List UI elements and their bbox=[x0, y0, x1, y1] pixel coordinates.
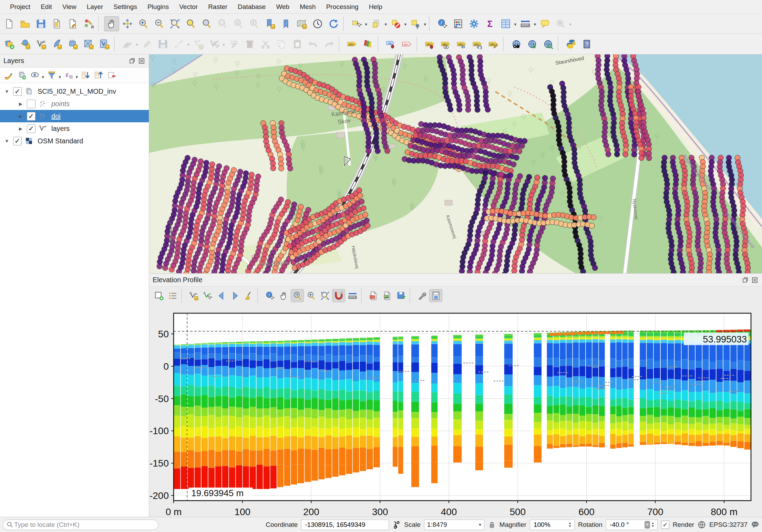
chevron-down-icon[interactable]: ▾ bbox=[514, 22, 516, 27]
layer-options-button[interactable] bbox=[166, 289, 179, 302]
layer-diagram-button[interactable] bbox=[360, 37, 375, 52]
pin-labels-button[interactable]: abc bbox=[422, 37, 437, 52]
nudge-left-button[interactable] bbox=[215, 289, 228, 302]
expander-icon[interactable]: ▶ bbox=[18, 126, 23, 131]
menu-layer[interactable]: Layer bbox=[82, 0, 109, 13]
new-virtual-layer-button[interactable]: * bbox=[65, 37, 80, 52]
export-as-pdf-button[interactable]: PDF bbox=[367, 289, 380, 302]
messages-bubble-icon[interactable] bbox=[751, 521, 759, 529]
chevron-down-icon[interactable]: ▾ bbox=[404, 22, 406, 27]
refresh-map-button[interactable] bbox=[326, 16, 341, 31]
new-gpx-layer-button[interactable]: * bbox=[97, 37, 112, 52]
expander-icon[interactable]: ▼ bbox=[4, 89, 10, 94]
menu-processing[interactable]: Processing bbox=[321, 0, 364, 13]
select-by-value-button[interactable]: ▾ bbox=[369, 16, 384, 31]
layer-visibility-checkbox[interactable]: ✓ bbox=[27, 124, 35, 133]
new-geopackage-layer-button[interactable]: * bbox=[49, 37, 64, 52]
clear-button[interactable] bbox=[242, 289, 255, 302]
menu-web[interactable]: Web bbox=[271, 0, 295, 13]
chevron-down-icon[interactable]: ▾ bbox=[59, 74, 61, 80]
show-hidden-labels-button[interactable]: abc bbox=[438, 37, 453, 52]
menu-help[interactable]: Help bbox=[364, 0, 388, 13]
profile-options-button[interactable] bbox=[415, 289, 429, 302]
menu-database[interactable]: Database bbox=[233, 0, 271, 13]
zoom-out-button[interactable] bbox=[152, 16, 167, 31]
chevron-down-icon[interactable]: ▾ bbox=[42, 74, 44, 80]
help-contents-button[interactable]: ? bbox=[579, 37, 595, 52]
menu-raster[interactable]: Raster bbox=[203, 0, 233, 13]
show-statistics-button[interactable]: Σ bbox=[482, 16, 497, 31]
remove-layer-button[interactable] bbox=[105, 69, 118, 81]
deselect-features-button[interactable]: ▾ bbox=[388, 16, 403, 31]
expander-icon[interactable]: ▶ bbox=[18, 101, 23, 106]
add-group-button[interactable] bbox=[16, 69, 28, 81]
zoom-in-button[interactable] bbox=[136, 16, 151, 31]
open-project-button[interactable] bbox=[18, 16, 33, 31]
show-bookmarks-button[interactable] bbox=[278, 16, 294, 31]
chevron-down-icon[interactable]: ▾ bbox=[569, 22, 572, 27]
snapping-button[interactable] bbox=[332, 289, 345, 302]
chevron-down-icon[interactable]: ▾ bbox=[136, 42, 138, 47]
layer-item-sci5-i02-m-l-mod-inv[interactable]: ▼✓SCI5_I02_M_L_MOD_inv bbox=[0, 85, 149, 98]
crs-globe-icon[interactable] bbox=[698, 521, 706, 529]
chevron-down-icon[interactable]: ▾ bbox=[534, 22, 536, 27]
zoom-to-selection-button[interactable] bbox=[183, 16, 198, 31]
manage-map-themes-button[interactable]: ▾ bbox=[29, 69, 41, 81]
change-label-button[interactable]: abc bbox=[486, 37, 501, 52]
float-panel-icon[interactable] bbox=[128, 57, 136, 65]
dock-panel-button[interactable] bbox=[429, 289, 442, 302]
elevation-profile-chart[interactable]: 53.99503319.693945 m500-50-100-150-2000 … bbox=[149, 305, 762, 517]
layer-visibility-checkbox[interactable]: ✓ bbox=[13, 87, 22, 96]
select-by-location-button[interactable]: ▾ bbox=[408, 16, 423, 31]
expander-icon[interactable]: ▶ bbox=[18, 114, 23, 119]
lock-scale-icon[interactable] bbox=[488, 521, 496, 529]
unpin-label-red-button[interactable]: abc bbox=[399, 37, 414, 52]
new-print-layout-button[interactable] bbox=[49, 16, 64, 31]
temporal-controller-button[interactable] bbox=[310, 16, 325, 31]
map-canvas[interactable]: StaurshovedKasmoseSkovRøjle NynaveRegion… bbox=[149, 54, 762, 273]
metasearch-button[interactable] bbox=[509, 37, 524, 52]
zoom-tool-button[interactable] bbox=[305, 289, 318, 302]
python-console-button[interactable] bbox=[564, 37, 579, 52]
export-results-button[interactable] bbox=[394, 289, 408, 302]
map-tips-button[interactable] bbox=[537, 16, 553, 31]
style-manager-button[interactable]: a bbox=[81, 16, 96, 31]
capture-curve-from-feature-button[interactable] bbox=[201, 289, 214, 302]
zoom-to-layer-button[interactable] bbox=[199, 16, 214, 31]
coordinate-box[interactable] bbox=[301, 520, 389, 530]
chevron-down-icon[interactable]: ▾ bbox=[384, 22, 387, 27]
expander-icon[interactable]: ▼ bbox=[4, 139, 10, 144]
move-label-button[interactable]: abc bbox=[454, 37, 469, 52]
locator-search[interactable] bbox=[3, 520, 158, 530]
close-panel-icon[interactable] bbox=[751, 276, 759, 284]
layer-visibility-checkbox[interactable]: ✓ bbox=[13, 137, 22, 145]
export-as-image-button[interactable] bbox=[381, 289, 394, 302]
chevron-down-icon[interactable]: ▾ bbox=[187, 42, 189, 47]
layer-visibility-checkbox[interactable]: ✓ bbox=[27, 112, 35, 121]
layer-item-layers[interactable]: ▶✓layers bbox=[0, 122, 149, 135]
layer-visibility-checkbox[interactable] bbox=[27, 100, 35, 108]
pan-tool-button[interactable] bbox=[277, 289, 290, 302]
render-checkbox[interactable]: ✓ bbox=[661, 521, 669, 529]
chevron-down-icon[interactable]: ▾ bbox=[424, 22, 426, 27]
scale-combo[interactable]: 1:8479 ▾ bbox=[424, 520, 484, 530]
new-shapefile-layer-button[interactable]: * bbox=[33, 37, 49, 52]
identify-tool-button[interactable]: i bbox=[263, 289, 276, 302]
pan-to-selection-button[interactable] bbox=[120, 16, 135, 31]
osm-place-search-button[interactable] bbox=[540, 37, 556, 52]
show-layout-manager-button[interactable] bbox=[65, 16, 80, 31]
extents-toggle-icon[interactable] bbox=[392, 521, 401, 529]
coordinate-input[interactable] bbox=[304, 521, 386, 529]
menu-plugins[interactable]: Plugins bbox=[142, 0, 174, 13]
locator-input[interactable] bbox=[13, 521, 155, 529]
layer-item-doi[interactable]: ▶✓doi bbox=[0, 110, 149, 122]
zoom-x-axis-button[interactable]: H bbox=[291, 289, 304, 302]
menu-vector[interactable]: Vector bbox=[174, 0, 203, 13]
spinner-arrows[interactable]: ▲▼ bbox=[567, 522, 572, 528]
add-vector-layer-button[interactable]: * bbox=[18, 37, 33, 52]
pin-label-blue-button[interactable]: ab bbox=[383, 37, 399, 52]
new-project-button[interactable] bbox=[2, 16, 17, 31]
processing-toolbox-button[interactable] bbox=[466, 16, 482, 31]
measure-button[interactable]: ▾ bbox=[518, 16, 533, 31]
chevron-down-icon[interactable]: ▾ bbox=[223, 42, 225, 47]
